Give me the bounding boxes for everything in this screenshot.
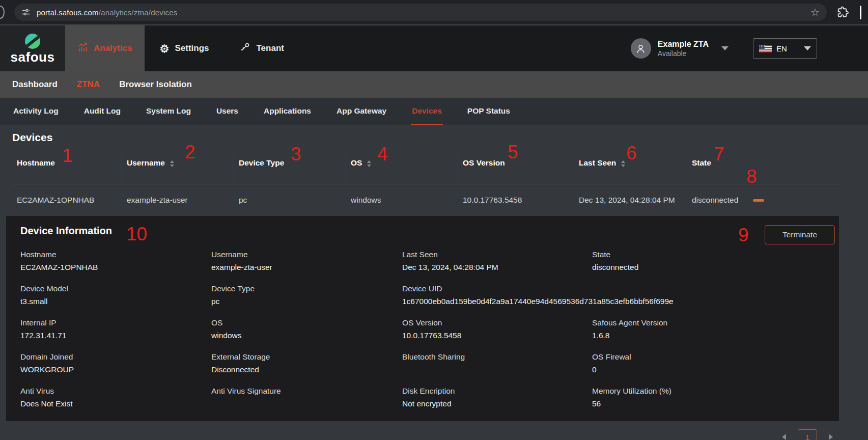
field-bluetooth-sharing: Bluetooth Sharing	[402, 352, 592, 374]
url-host: portal.safous.com	[37, 8, 99, 17]
column-header-expand	[743, 151, 840, 184]
safous-logo[interactable]: safous	[0, 25, 65, 71]
field-domain-joined: Domain Joined WORKGROUP	[20, 352, 211, 374]
table-header-row: Hostname Username Device Type OS OS Vers…	[12, 151, 840, 184]
gear-icon: ⚙	[160, 43, 170, 54]
tab-pop-status[interactable]: POP Status	[466, 98, 511, 125]
secondary-navbar: Dashboard ZTNA Browser Isolation	[0, 71, 868, 98]
language-selector[interactable]: EN	[753, 38, 817, 59]
device-information-panel: Device Information Terminate Hostname EC…	[6, 216, 839, 421]
column-header-device-type: Device Type	[234, 151, 346, 184]
subnav-item-browser-isolation[interactable]: Browser Isolation	[119, 79, 192, 90]
field-os-firewall: OS Firewal 0	[592, 352, 829, 374]
sort-arrows-icon[interactable]	[621, 160, 625, 167]
url-path: /analytics/ztna/devices	[99, 8, 178, 17]
cell-state: disconnected	[687, 196, 743, 205]
cell-os-version: 10.0.17763.5458	[458, 196, 574, 205]
window-edge-fragment-icon	[0, 6, 5, 19]
previous-page-chevron-icon[interactable]	[782, 434, 786, 440]
site-settings-icon[interactable]	[21, 8, 31, 17]
terminate-button[interactable]: Terminate	[765, 225, 835, 244]
field-device-model: Device Model t3.small	[20, 284, 211, 306]
analytics-tabbar: Activity Log Audit Log System Log Users …	[0, 98, 868, 125]
table-row[interactable]: EC2AMAZ-1OPNHAB example-zta-user pc wind…	[12, 184, 840, 216]
nav-item-tenant[interactable]: Tenant	[224, 25, 299, 71]
url-text: portal.safous.com/analytics/ztna/devices	[37, 8, 177, 17]
column-header-os[interactable]: OS	[346, 151, 458, 184]
field-last-seen: Last Seen Dec 13, 2024, 04:28:04 PM	[402, 250, 592, 272]
device-fields-grid: Hostname EC2AMAZ-1OPNHAB Username exampl…	[20, 250, 829, 408]
nav-item-label: Analytics	[94, 43, 132, 53]
field-anti-virus: Anti Virus Does Not Exist	[20, 387, 211, 408]
safous-logo-icon	[25, 34, 40, 49]
bookmark-star-icon[interactable]: ☆	[810, 7, 820, 17]
toolbar-divider	[860, 6, 861, 19]
chevron-down-icon	[721, 46, 729, 50]
cell-hostname: EC2AMAZ-1OPNHAB	[12, 196, 122, 205]
safous-wordmark: safous	[11, 50, 55, 64]
field-device-uid: Device UID 1c67000eb0ad159be0d4f2a9a1744…	[402, 284, 829, 306]
key-icon	[239, 42, 250, 56]
collapse-row-minus-icon[interactable]	[753, 199, 764, 202]
column-header-hostname: Hostname	[12, 151, 122, 184]
page-title: Devices	[12, 131, 868, 144]
field-os: OS windows	[211, 318, 402, 340]
extensions-puzzle-icon[interactable]	[836, 6, 849, 20]
field-state: State disconnected	[592, 250, 829, 272]
tab-system-log[interactable]: System Log	[145, 98, 192, 125]
browser-toolbar: portal.safous.com/analytics/ztna/devices…	[0, 0, 868, 24]
page-number-button[interactable]: 1	[798, 429, 817, 440]
navbar-right: Example ZTA Available EN	[631, 25, 868, 71]
field-device-type: Device Type pc	[211, 284, 402, 306]
tab-audit-log[interactable]: Audit Log	[83, 98, 122, 125]
devices-table: Hostname Username Device Type OS OS Vers…	[0, 151, 868, 216]
field-internal-ip: Internal IP 172.31.41.71	[20, 318, 211, 340]
subnav-item-ztna[interactable]: ZTNA	[77, 79, 100, 90]
column-header-last-seen[interactable]: Last Seen	[574, 151, 687, 184]
field-os-version: OS Version 10.0.17763.5458	[402, 318, 592, 340]
cell-os: windows	[346, 196, 458, 205]
sort-arrows-icon[interactable]	[367, 160, 371, 167]
subnav-item-dashboard[interactable]: Dashboard	[12, 79, 58, 90]
user-info: Example ZTA Available	[658, 39, 709, 58]
cell-last-seen: Dec 13, 2024, 04:28:04 PM	[574, 196, 687, 205]
field-hostname: Hostname EC2AMAZ-1OPNHAB	[20, 250, 211, 272]
cell-expand	[743, 199, 840, 202]
field-username: Username example-zta-user	[211, 250, 402, 272]
tab-app-gateway[interactable]: App Gateway	[335, 98, 387, 125]
sort-arrows-icon[interactable]	[170, 160, 174, 167]
column-header-state: State	[687, 151, 743, 184]
nav-item-label: Settings	[175, 43, 209, 53]
field-anti-virus-signature: Anti Virus Signature	[211, 387, 402, 408]
address-bar[interactable]: portal.safous.com/analytics/ztna/devices…	[14, 4, 827, 21]
user-name: Example ZTA	[658, 39, 709, 49]
avatar	[631, 38, 651, 59]
next-page-chevron-icon[interactable]	[829, 434, 833, 440]
field-external-storage: External Storage Disconnected	[211, 352, 402, 374]
pagination: 1	[0, 429, 833, 440]
tab-users[interactable]: Users	[215, 98, 239, 125]
language-code: EN	[776, 44, 787, 53]
field-disk-encryption: Disk Encription Not encrypted	[402, 387, 592, 408]
nav-item-analytics[interactable]: Analytics	[65, 25, 145, 71]
column-header-username[interactable]: Username	[122, 151, 234, 184]
tab-devices[interactable]: Devices	[411, 98, 443, 125]
nav-item-settings[interactable]: ⚙ Settings	[145, 25, 225, 71]
column-header-os-version: OS Version	[458, 151, 574, 184]
tab-applications[interactable]: Applications	[263, 98, 312, 125]
main-navbar: safous Analytics ⚙ Settings Tenant	[0, 24, 868, 71]
us-flag-icon	[759, 45, 772, 52]
field-agent-version: Safous Agent Version 1.6.8	[592, 318, 829, 340]
field-memory-utilization: Memory Utilization (%) 56	[592, 387, 829, 408]
bar-chart-icon	[77, 42, 88, 55]
tab-activity-log[interactable]: Activity Log	[12, 98, 60, 125]
nav-item-label: Tenant	[256, 43, 284, 53]
cell-device-type: pc	[234, 196, 346, 205]
chevron-down-icon	[804, 46, 811, 50]
cell-username: example-zta-user	[122, 196, 234, 205]
user-menu[interactable]: Example ZTA Available	[631, 38, 729, 59]
panel-title: Device Information	[20, 225, 829, 237]
user-status: Available	[658, 49, 709, 58]
